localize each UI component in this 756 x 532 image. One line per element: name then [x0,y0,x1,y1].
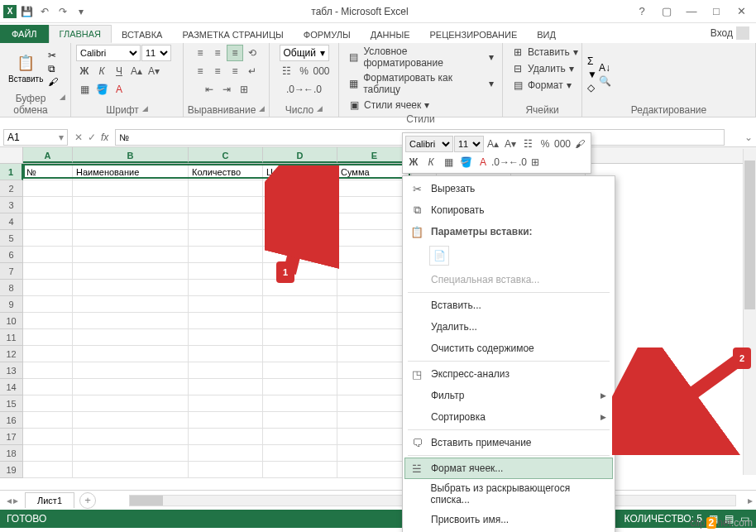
mini-percent-icon[interactable]: % [537,136,553,152]
align-center-button[interactable]: ≡ [209,63,226,79]
cell[interactable] [189,230,263,247]
cell[interactable] [23,313,73,329]
cell[interactable] [263,429,337,445]
increase-indent-button[interactable]: ⇥ [218,81,235,98]
cell[interactable] [189,429,263,445]
mini-size-select[interactable]: 11 [454,136,484,152]
cell[interactable] [337,230,412,247]
cell[interactable] [23,213,73,230]
cell[interactable] [263,462,337,478]
row-header[interactable]: 8 [0,280,23,296]
cell[interactable] [73,180,189,197]
mini-inc-decimal-icon[interactable]: .0→ [492,154,509,170]
select-all-corner[interactable] [0,147,23,163]
fill-color-button[interactable]: 🪣 [93,81,110,98]
sheet-tab[interactable]: Лист1 [25,492,74,508]
column-header[interactable]: A [23,147,73,163]
cell[interactable] [189,395,263,412]
cell[interactable] [23,462,73,478]
increase-font-button[interactable]: A▴ [128,63,145,79]
cm-delete[interactable]: Удалить... [404,316,613,338]
add-sheet-button[interactable]: + [79,492,96,509]
cell[interactable] [263,296,337,313]
mini-format-painter-icon[interactable]: 🖌 [572,136,588,152]
cell[interactable] [23,346,73,362]
cm-comment[interactable]: 🗨Вставить примечание [404,432,613,453]
cell[interactable] [337,329,412,346]
cell[interactable] [23,412,73,429]
dialog-launcher-icon[interactable]: ◢ [142,104,148,116]
paste-button[interactable]: 📋 Вставить [5,51,46,85]
cell[interactable] [337,346,412,362]
dialog-launcher-icon[interactable]: ◢ [317,104,323,116]
maximize-button[interactable]: □ [705,3,728,20]
align-bottom-button[interactable]: ≡ [227,45,243,61]
align-right-button[interactable]: ≡ [227,63,243,79]
cell[interactable] [73,247,189,263]
cm-cut[interactable]: ✂Вырезать [404,178,613,199]
cell[interactable]: Количество [189,164,263,180]
undo-button[interactable]: ↶ [36,3,53,20]
cell[interactable] [189,197,263,213]
copy-button[interactable]: ⧉ [48,63,58,74]
cm-sort[interactable]: Сортировка▶ [404,406,613,428]
italic-button[interactable]: К [93,63,110,79]
mini-font-color-icon[interactable]: A [475,154,491,170]
cell[interactable] [189,263,263,280]
row-header[interactable]: 1 [0,164,23,180]
cell[interactable] [263,329,337,346]
cell[interactable] [337,197,412,213]
cell[interactable] [189,313,263,329]
row-header[interactable]: 7 [0,263,23,280]
align-middle-button[interactable]: ≡ [209,45,226,61]
row-header[interactable]: 11 [0,329,23,346]
cell[interactable] [337,412,412,429]
column-header[interactable]: D [263,147,337,163]
mini-comma-icon[interactable]: 000 [554,136,571,152]
cell[interactable] [263,263,337,280]
cell[interactable] [337,362,412,379]
row-header[interactable]: 9 [0,296,23,313]
cell[interactable] [337,180,412,197]
cell[interactable] [23,247,73,263]
row-header[interactable]: 15 [0,395,23,412]
cell[interactable]: Цена [263,164,337,180]
row-header[interactable]: 4 [0,213,23,230]
cell[interactable] [189,379,263,395]
signin-button[interactable]: Вход [704,23,756,43]
paste-option-icon[interactable]: 📄 [429,246,449,266]
cell[interactable] [23,445,73,462]
cm-copy[interactable]: ⧉Копировать [404,199,613,221]
cell[interactable] [263,412,337,429]
tab-formulas[interactable]: ФОРМУЛЫ [294,26,361,43]
sheet-nav-prev-icon[interactable]: ◂ [7,495,12,506]
fill-button[interactable]: ▼ [587,69,597,80]
delete-cells-button[interactable]: ⊟Удалить▾ [508,61,577,76]
cell[interactable] [23,395,73,412]
cell[interactable] [263,213,337,230]
cell[interactable] [23,379,73,395]
conditional-formatting-button[interactable]: ▤Условное форматирование▾ [344,45,497,69]
cell-styles-button[interactable]: ▣Стили ячеек▾ [344,98,433,113]
cell[interactable] [23,230,73,247]
merge-button[interactable]: ⊞ [236,81,252,98]
cell[interactable] [73,313,189,329]
cell[interactable] [337,213,412,230]
row-header[interactable]: 14 [0,379,23,395]
number-format-select[interactable]: Общий▾ [280,45,329,61]
cm-dropdown-list[interactable]: Выбрать из раскрывающегося списка... [404,479,613,509]
scroll-right-icon[interactable]: ▸ [744,495,756,506]
cell[interactable] [263,230,337,247]
mini-increase-font-icon[interactable]: A▴ [485,136,501,152]
cm-define-name[interactable]: Присвоить имя... [404,509,613,530]
clear-button[interactable]: ◇ [587,82,597,93]
sheet-nav-next-icon[interactable]: ▸ [13,495,18,506]
wrap-text-button[interactable]: ↵ [244,63,261,79]
cm-format-cells[interactable]: ☱Формат ячеек... [404,458,613,479]
expand-formula-bar-icon[interactable]: ⌄ [741,132,756,143]
align-top-button[interactable]: ≡ [192,45,208,61]
cell[interactable] [189,412,263,429]
cell[interactable] [23,263,73,280]
row-header[interactable]: 5 [0,230,23,247]
worksheet-grid[interactable]: ABCDEFJK 1№НаименованиеКоличествоЦенаСум… [0,147,756,490]
